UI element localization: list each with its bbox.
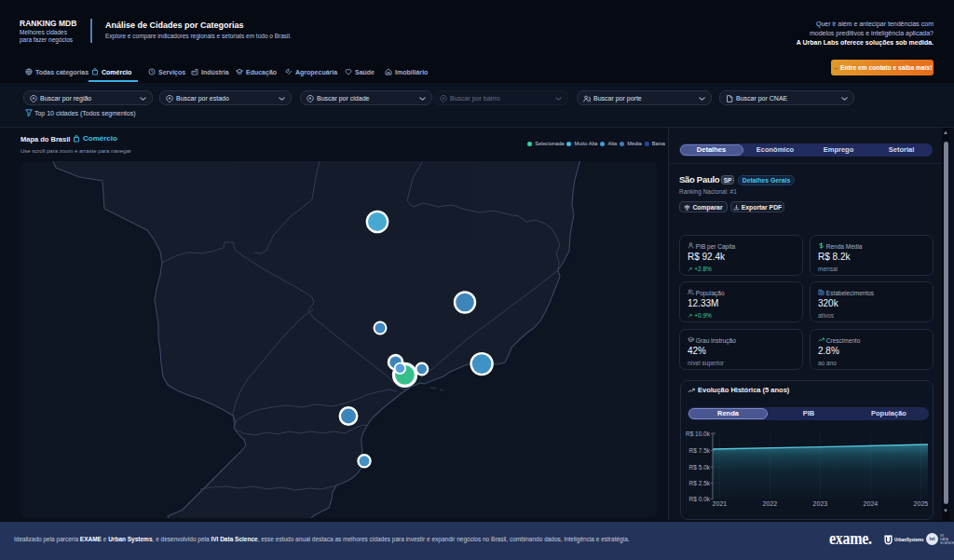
svg-text:R$ 2.5k: R$ 2.5k [689, 480, 711, 486]
svg-text:R$ 5.0k: R$ 5.0k [689, 464, 711, 471]
svg-text:R$ 0.0k: R$ 0.0k [689, 496, 711, 502]
svg-text:2021: 2021 [713, 500, 728, 507]
svg-text:R$ 7.5k: R$ 7.5k [689, 447, 711, 454]
svg-text:2023: 2023 [813, 500, 828, 507]
svg-text:R$ 10.0k: R$ 10.0k [686, 430, 711, 437]
svg-text:2022: 2022 [763, 500, 778, 507]
svg-text:2025: 2025 [914, 500, 929, 507]
svg-text:2024: 2024 [864, 500, 879, 507]
